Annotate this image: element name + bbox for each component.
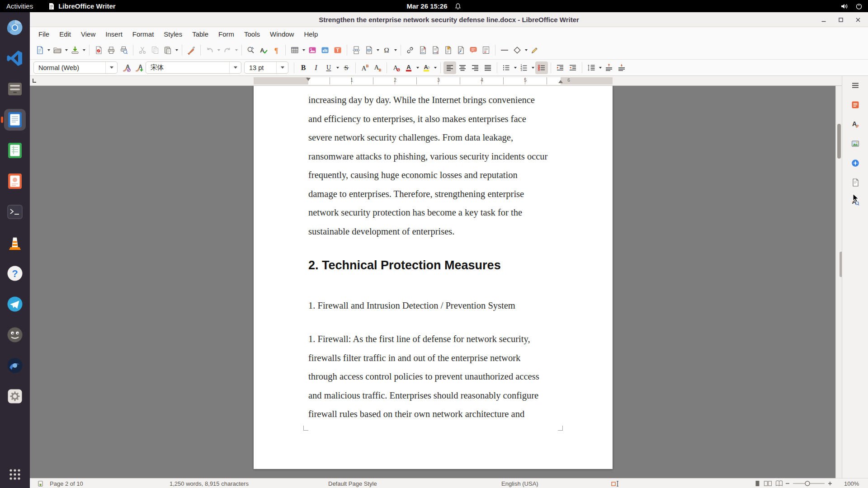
menu-window[interactable]: Window — [265, 28, 299, 40]
insert-special-character-button[interactable]: Ω — [380, 44, 393, 56]
navigator-deck-button[interactable] — [849, 157, 862, 169]
undo-dropdown[interactable] — [216, 44, 221, 56]
underline-button[interactable]: U — [322, 61, 335, 74]
menu-table[interactable]: Table — [187, 28, 213, 40]
book-view-button[interactable] — [775, 480, 783, 487]
insert-text-box-button[interactable]: T — [331, 44, 344, 56]
basic-shapes-dropdown[interactable] — [524, 44, 528, 56]
insert-comment-button[interactable] — [467, 44, 480, 56]
new-document-dropdown[interactable] — [46, 44, 51, 56]
menu-styles[interactable]: Styles — [159, 28, 187, 40]
document-page[interactable]: increasing day by day. While the Interne… — [254, 86, 613, 469]
sidebar-settings-button[interactable] — [849, 79, 862, 92]
ordered-list-dropdown[interactable] — [530, 61, 535, 74]
show-draw-functions-button[interactable] — [528, 44, 541, 56]
print-button[interactable] — [105, 44, 118, 56]
insert-page-break-button[interactable] — [350, 44, 363, 56]
font-name-combobox[interactable]: 宋体 — [146, 61, 241, 74]
font-name-combobox-arrow-icon[interactable] — [229, 62, 241, 73]
undo-button[interactable] — [203, 44, 216, 56]
highlight-color-dropdown[interactable] — [433, 61, 438, 74]
menu-file[interactable]: File — [33, 28, 54, 40]
menu-tools[interactable]: Tools — [239, 28, 265, 40]
paste-dropdown[interactable] — [174, 44, 179, 56]
increase-indent-button[interactable] — [554, 61, 566, 74]
insert-table-button[interactable] — [288, 44, 301, 56]
find-replace-button[interactable] — [245, 44, 257, 56]
decrease-paragraph-spacing-button[interactable] — [615, 61, 628, 74]
open-document-button[interactable] — [51, 44, 64, 56]
dock-browser[interactable] — [4, 355, 26, 376]
sidebar-grip[interactable] — [840, 252, 842, 277]
align-right-button[interactable] — [469, 61, 481, 74]
properties-deck-button[interactable] — [849, 99, 862, 111]
cut-button[interactable] — [136, 44, 149, 56]
page-deck-button[interactable] — [849, 176, 862, 189]
title-bar[interactable]: Strengthen the enterprise network securi… — [30, 12, 868, 27]
update-style-button[interactable]: A — [120, 61, 133, 74]
minimize-button[interactable] — [818, 14, 829, 25]
insert-cross-reference-button[interactable] — [454, 44, 467, 56]
copy-button[interactable] — [149, 44, 161, 56]
selection-mode-status[interactable] — [611, 479, 621, 488]
dock-chromium[interactable] — [4, 17, 26, 38]
vertical-scrollbar[interactable] — [835, 86, 842, 478]
dock-app-grid-button[interactable] — [4, 464, 26, 485]
new-document-button[interactable] — [33, 44, 46, 56]
paragraph-style-combobox-arrow-icon[interactable] — [105, 62, 117, 73]
dock-terminal[interactable] — [4, 201, 26, 223]
focused-app-menu[interactable]: LibreOffice Writer — [48, 2, 115, 10]
tab-stop-selector[interactable] — [33, 79, 36, 83]
clock-menu[interactable]: Mar 26 15:26 — [406, 2, 461, 10]
bold-button[interactable]: B — [297, 61, 310, 74]
align-left-button[interactable] — [443, 61, 456, 74]
bullet-list-dropdown[interactable] — [513, 61, 518, 74]
insert-endnote-button[interactable]: i — [429, 44, 442, 56]
decrease-indent-button[interactable] — [566, 61, 579, 74]
paste-button[interactable] — [161, 44, 174, 56]
dock-libreoffice-calc[interactable] — [4, 140, 26, 161]
activities-button[interactable]: Activities — [6, 2, 33, 10]
redo-button[interactable] — [221, 44, 234, 56]
insert-image-button[interactable] — [306, 44, 319, 56]
line-spacing-dropdown[interactable] — [598, 61, 603, 74]
clone-formatting-button[interactable] — [185, 44, 198, 56]
dock-software-center[interactable] — [4, 385, 26, 407]
export-pdf-button[interactable] — [92, 44, 105, 56]
basic-shapes-button[interactable] — [511, 44, 524, 56]
clear-formatting-button[interactable]: A — [390, 61, 402, 74]
underline-dropdown[interactable] — [335, 61, 340, 74]
menu-edit[interactable]: Edit — [54, 28, 76, 40]
track-changes-button[interactable] — [480, 44, 492, 56]
zoom-out-icon[interactable] — [785, 481, 790, 486]
strikethrough-button[interactable]: S — [340, 61, 353, 74]
subscript-button[interactable]: AB — [371, 61, 384, 74]
word-count-status[interactable]: 1,250 words, 8,915 characters — [170, 479, 249, 488]
close-button[interactable] — [853, 14, 863, 25]
font-size-combobox[interactable]: 13 pt — [244, 61, 288, 74]
superscript-button[interactable]: AB — [359, 61, 371, 74]
styles-deck-button[interactable]: A — [849, 118, 862, 131]
spelling-button[interactable]: A — [257, 44, 270, 56]
insert-footnote-button[interactable]: 1 — [416, 44, 429, 56]
line-spacing-button[interactable] — [585, 61, 598, 74]
dock-help[interactable]: ? — [4, 263, 26, 284]
bullet-list-button[interactable] — [500, 61, 513, 74]
dock-archive-manager[interactable] — [4, 78, 26, 100]
insert-bookmark-button[interactable] — [442, 44, 454, 56]
dock-messenger[interactable] — [4, 293, 26, 315]
page-number-status[interactable]: Page 2 of 10 — [50, 479, 83, 488]
single-page-view-button[interactable] — [754, 480, 761, 487]
justify-button[interactable] — [481, 61, 494, 74]
redo-dropdown[interactable] — [234, 44, 239, 56]
menu-view[interactable]: View — [76, 28, 100, 40]
font-color-button[interactable]: A — [402, 61, 415, 74]
italic-button[interactable]: I — [310, 61, 322, 74]
system-status-area[interactable] — [840, 3, 863, 10]
font-size-combobox-arrow-icon[interactable] — [276, 62, 288, 73]
save-document-dropdown[interactable] — [81, 44, 86, 56]
dock-vscode[interactable] — [4, 47, 26, 69]
insert-field-dropdown[interactable] — [375, 44, 380, 56]
highlight-color-button[interactable]: A — [420, 61, 433, 74]
font-color-dropdown[interactable] — [415, 61, 420, 74]
